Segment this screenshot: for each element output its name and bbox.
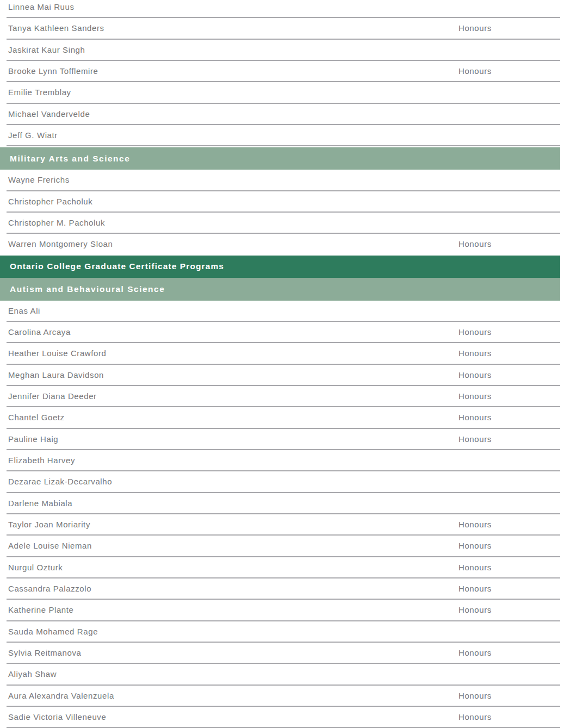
graduate-name: Nurgul Ozturk: [7, 563, 458, 572]
graduate-name: Christopher M. Pacholuk: [7, 218, 458, 227]
table-row: Elizabeth Harvey: [7, 450, 560, 471]
graduate-name: Christopher Pacholuk: [7, 197, 458, 206]
table-row: Warren Montgomery SloanHonours: [7, 234, 560, 255]
table-row: Darlene Mabiala: [7, 493, 560, 514]
table-row: Dezarae Lizak-Decarvalho: [7, 471, 560, 493]
graduate-name: Enas Ali: [7, 306, 458, 315]
honours-label: Honours: [458, 23, 492, 33]
table-row: Jeff G. Wiatr: [7, 125, 560, 146]
graduate-name: Meghan Laura Davidson: [7, 370, 458, 379]
table-row: Sylvia ReitmanovaHonours: [7, 643, 560, 664]
graduate-name: Warren Montgomery Sloan: [7, 239, 458, 248]
graduate-name: Katherine Plante: [7, 605, 458, 614]
graduate-name: Dezarae Lizak-Decarvalho: [7, 477, 458, 486]
table-row: Taylor Joan MoriarityHonours: [7, 514, 560, 536]
honours-label: Honours: [458, 691, 492, 700]
section-header-label: Autism and Behavioural Science: [10, 284, 165, 294]
honours-label: Honours: [458, 66, 492, 76]
table-row: Sadie Victoria VilleneuveHonours: [7, 707, 560, 728]
graduate-name: Aura Alexandra Valenzuela: [7, 691, 458, 700]
table-row: Heather Louise CrawfordHonours: [7, 343, 560, 364]
honours-label: Honours: [458, 349, 492, 358]
table-row: Meghan Laura DavidsonHonours: [7, 365, 560, 386]
table-row: Pauline HaigHonours: [7, 429, 560, 450]
honours-label: Honours: [458, 712, 492, 721]
table-row: Cassandra PalazzoloHonours: [7, 578, 560, 600]
table-row: Wayne Frerichs: [7, 170, 560, 191]
graduate-name: Pauline Haig: [7, 434, 458, 444]
graduate-name: Cassandra Palazzolo: [7, 584, 458, 593]
graduate-name: Emilie Tremblay: [7, 88, 458, 97]
table-row: Linnea Mai Ruus: [7, 0, 560, 18]
table-row: Nurgul OzturkHonours: [7, 557, 560, 578]
graduate-name: Heather Louise Crawford: [7, 349, 458, 358]
table-row: Brooke Lynn TofflemireHonours: [7, 61, 560, 82]
graduate-name: Jaskirat Kaur Singh: [7, 45, 458, 54]
table-row: Chantel GoetzHonours: [7, 407, 560, 428]
table-row: Tanya Kathleen SandersHonours: [7, 18, 560, 39]
graduate-list: Linnea Mai RuusTanya Kathleen SandersHon…: [0, 0, 564, 728]
honours-label: Honours: [458, 520, 492, 529]
graduate-name: Sylvia Reitmanova: [7, 648, 458, 657]
table-row: Carolina ArcayaHonours: [7, 322, 560, 343]
table-row: Jaskirat Kaur Singh: [7, 40, 560, 61]
table-row: Katherine PlanteHonours: [7, 600, 560, 621]
table-row: Adele Louise NiemanHonours: [7, 536, 560, 557]
graduate-name: Jennifer Diana Deeder: [7, 391, 458, 401]
table-row: Aliyah Shaw: [7, 664, 560, 685]
program-section-header: Autism and Behavioural Science: [0, 278, 560, 301]
graduate-name: Sadie Victoria Villeneuve: [7, 712, 458, 721]
table-row: Emilie Tremblay: [7, 82, 560, 103]
graduate-name: Sauda Mohamed Rage: [7, 627, 458, 636]
graduate-name: Linnea Mai Ruus: [7, 2, 458, 11]
graduate-name: Carolina Arcaya: [7, 327, 458, 337]
honours-label: Honours: [458, 605, 492, 614]
graduate-name: Wayne Frerichs: [7, 175, 458, 184]
table-row: Aura Alexandra ValenzuelaHonours: [7, 686, 560, 707]
graduate-name: Darlene Mabiala: [7, 499, 458, 508]
graduate-name: Tanya Kathleen Sanders: [7, 23, 458, 33]
table-row: Jennifer Diana DeederHonours: [7, 386, 560, 407]
honours-label: Honours: [458, 563, 492, 572]
honours-label: Honours: [458, 239, 492, 248]
program-section-header: Military Arts and Science: [0, 147, 560, 170]
honours-label: Honours: [458, 541, 492, 550]
table-row: Enas Ali: [7, 301, 560, 322]
credential-section-header: Ontario College Graduate Certificate Pro…: [0, 256, 560, 278]
graduate-name: Chantel Goetz: [7, 413, 458, 422]
honours-label: Honours: [458, 648, 492, 657]
graduate-name: Adele Louise Nieman: [7, 541, 458, 550]
graduate-name: Taylor Joan Moriarity: [7, 520, 458, 529]
graduate-name: Jeff G. Wiatr: [7, 130, 458, 140]
section-header-label: Ontario College Graduate Certificate Pro…: [10, 262, 224, 271]
honours-label: Honours: [458, 434, 492, 444]
honours-label: Honours: [458, 327, 492, 337]
section-header-label: Military Arts and Science: [10, 154, 130, 164]
table-row: Christopher Pacholuk: [7, 191, 560, 213]
table-row: Michael Vandervelde: [7, 104, 560, 125]
graduate-name: Michael Vandervelde: [7, 109, 458, 119]
graduate-name: Aliyah Shaw: [7, 669, 458, 679]
honours-label: Honours: [458, 413, 492, 422]
graduate-name: Elizabeth Harvey: [7, 456, 458, 465]
table-row: Sauda Mohamed Rage: [7, 621, 560, 643]
honours-label: Honours: [458, 370, 492, 379]
graduate-name: Brooke Lynn Tofflemire: [7, 66, 458, 76]
honours-label: Honours: [458, 584, 492, 593]
table-row: Christopher M. Pacholuk: [7, 213, 560, 234]
honours-label: Honours: [458, 391, 492, 401]
